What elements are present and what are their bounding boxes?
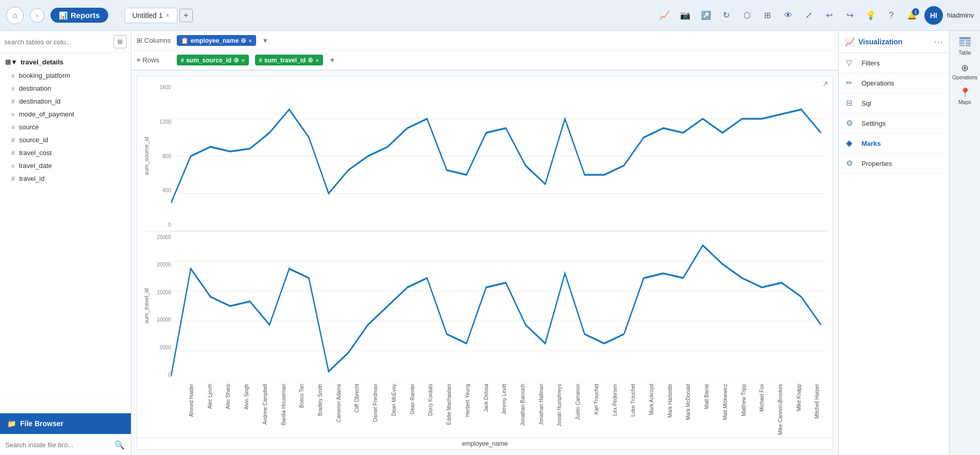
tab-close-icon[interactable]: × [166, 12, 170, 19]
redo-icon[interactable]: ↪ [842, 7, 858, 24]
sidebar-item-travel-cost[interactable]: # travel_cost [0, 146, 131, 159]
chart-area: ↗ sum_source_id 1600 1200 800 400 0 [131, 71, 838, 455]
x-axis-label: Jonathan Hallinan [538, 383, 557, 426]
sidebar-item-travel-date[interactable]: ≡ travel_date [0, 159, 131, 172]
pill-close-icon[interactable]: × [241, 57, 244, 63]
refresh-icon[interactable]: ↻ [718, 7, 735, 24]
pill-close-icon[interactable]: × [315, 57, 318, 63]
notification-badge: 1 [912, 8, 919, 15]
employee-name-pill[interactable]: 📋 employee_name ⊕ × [177, 35, 256, 46]
fullscreen-icon[interactable]: ⤢ [801, 7, 817, 24]
x-axis-label: Jonathan Barouch [520, 383, 538, 427]
export-icon[interactable]: ↗️ [698, 7, 714, 24]
rows-caret[interactable]: ▼ [329, 57, 335, 64]
sidebar-item-mode-of-payment[interactable]: ≡ mode_of_payment [0, 108, 131, 121]
right-icon-maps[interactable]: 📍 Maps [954, 86, 976, 106]
x-axis-label: Mark Harbottle [667, 383, 686, 419]
pill-close-icon[interactable]: × [248, 38, 251, 44]
bulb-icon[interactable]: 💡 [863, 7, 879, 24]
viz-menu-properties[interactable]: ⚙ Properties [839, 154, 949, 174]
sum-source-id-pill[interactable]: # sum_source_id ⊕ × [177, 55, 249, 65]
top-bar: ⌂ › 📊 Reports Untitled 1 × + 📈 📷 ↗️ ↻ ⬡ … [0, 0, 980, 31]
camera-icon[interactable]: 📷 [677, 7, 694, 24]
sum-travel-id-pill[interactable]: # sum_travel_id ⊕ × [255, 55, 323, 65]
viz-more-icon[interactable]: ⋯ [934, 36, 943, 47]
text-type-icon: ≡ [11, 111, 14, 117]
x-axis-label: Bosco Tan [299, 383, 317, 409]
avatar[interactable]: HI [924, 6, 943, 25]
undo-icon[interactable]: ↩ [821, 7, 838, 24]
help-icon[interactable]: ? [883, 7, 900, 24]
right-icon-panel: Table ⊕ Operations 📍 Maps [949, 31, 980, 455]
line-chart-icon[interactable]: 📈 [656, 7, 673, 24]
pill-plus-icon[interactable]: ⊕ [241, 37, 246, 44]
preview-icon[interactable]: 👁 [780, 7, 797, 24]
viz-menu-settings[interactable]: ⚙ Settings [839, 113, 949, 133]
x-axis-label: Cameron Adams [336, 383, 354, 423]
notification-icon[interactable]: 🔔 1 [904, 7, 920, 24]
bottom-y-ticks: 25000 20000 15000 10000 5000 0 [150, 231, 171, 381]
number-type-icon: # [11, 97, 15, 105]
main-layout: ⊞ ⊞▼ travel_details ≡ booking_platform ≡… [0, 31, 980, 455]
viz-chart-icon: 📈 [845, 37, 855, 47]
y-tick: 5000 [150, 345, 171, 350]
text-type-icon: ≡ [11, 86, 14, 92]
x-axis-label: Bardia Houseman [281, 383, 299, 426]
menu-label: Settings [861, 120, 886, 127]
navigate-forward-button[interactable]: › [30, 8, 44, 23]
columns-label: ⊞ Columns [137, 37, 173, 44]
file-browser-button[interactable]: 📁 File Browser [0, 413, 131, 434]
viz-menu-filters[interactable]: ▽ Filters [839, 53, 949, 73]
menu-label: Filters [861, 59, 880, 67]
sidebar-item-source-id[interactable]: # source_id [0, 133, 131, 146]
text-type-icon: ≡ [11, 73, 14, 79]
reports-label: Reports [71, 11, 100, 20]
right-icon-operations[interactable]: ⊕ Operations [954, 61, 976, 81]
viz-menu-sql[interactable]: ⊟ Sql [839, 93, 949, 113]
pill-plus-icon[interactable]: ⊕ [233, 56, 239, 64]
y-tick: 15000 [150, 290, 171, 295]
sidebar-item-destination[interactable]: ≡ destination [0, 82, 131, 95]
search-input[interactable] [4, 38, 110, 46]
center-content: ⊞ Columns 📋 employee_name ⊕ × ▼ ≡ Rows # [131, 31, 838, 455]
x-axis-label: Justin Cameron [575, 383, 594, 421]
operations-panel-icon: ⊕ [961, 62, 969, 74]
maps-icon-label: Maps [958, 99, 971, 105]
sidebar-item-destination-id[interactable]: # destination_id [0, 95, 131, 108]
tab-label: Untitled 1 [132, 11, 163, 20]
layout-icon[interactable]: ⊞ [759, 7, 776, 24]
add-tab-button[interactable]: + [179, 9, 193, 22]
y-tick: 10000 [150, 317, 171, 323]
x-axis-label: Mark Ackroyd [649, 383, 667, 416]
viz-menu-marks[interactable]: ◈ Marks [839, 133, 949, 154]
number-type-icon: # [11, 149, 15, 157]
menu-label: Marks [861, 140, 881, 147]
viz-menu-operations[interactable]: ✏ Operations [839, 73, 949, 93]
sidebar-scroll: ⊞▼ travel_details ≡ booking_platform ≡ d… [0, 53, 131, 413]
x-axis-label: Matthew Tripp [741, 383, 759, 417]
pill-plus-icon[interactable]: ⊕ [308, 56, 313, 64]
file-search-input[interactable] [5, 441, 109, 449]
sidebar-item-source[interactable]: ≡ source [0, 121, 131, 133]
x-axis-label: Alvin Singh [244, 383, 262, 411]
home-button[interactable]: ⌂ [6, 7, 24, 24]
table-header-travel-details[interactable]: ⊞▼ travel_details [0, 55, 131, 69]
share-icon[interactable]: ⬡ [739, 7, 755, 24]
maps-icon: 📍 [959, 87, 971, 98]
settings-icon: ⚙ [846, 119, 856, 128]
grid-view-icon[interactable]: ⊞ [113, 35, 127, 48]
right-icon-table[interactable]: Table [954, 36, 976, 57]
tab-untitled1[interactable]: Untitled 1 × [125, 8, 177, 23]
file-search-icon[interactable]: 🔍 [113, 439, 126, 451]
properties-icon: ⚙ [846, 159, 856, 168]
hash-icon: # [259, 57, 262, 63]
tab-area: Untitled 1 × + [114, 8, 650, 23]
expand-icon: ⊞▼ [5, 58, 18, 66]
x-axis-label: Jeremy Levitt [501, 383, 520, 415]
x-axis-label: Eddie Machaalani [446, 383, 465, 426]
sidebar-item-booking-platform[interactable]: ≡ booking_platform [0, 69, 131, 82]
sql-icon: ⊟ [846, 98, 856, 108]
columns-caret[interactable]: ▼ [262, 37, 268, 44]
sidebar-item-travel-id[interactable]: # travel_id [0, 172, 131, 185]
reports-button[interactable]: 📊 Reports [50, 8, 108, 23]
